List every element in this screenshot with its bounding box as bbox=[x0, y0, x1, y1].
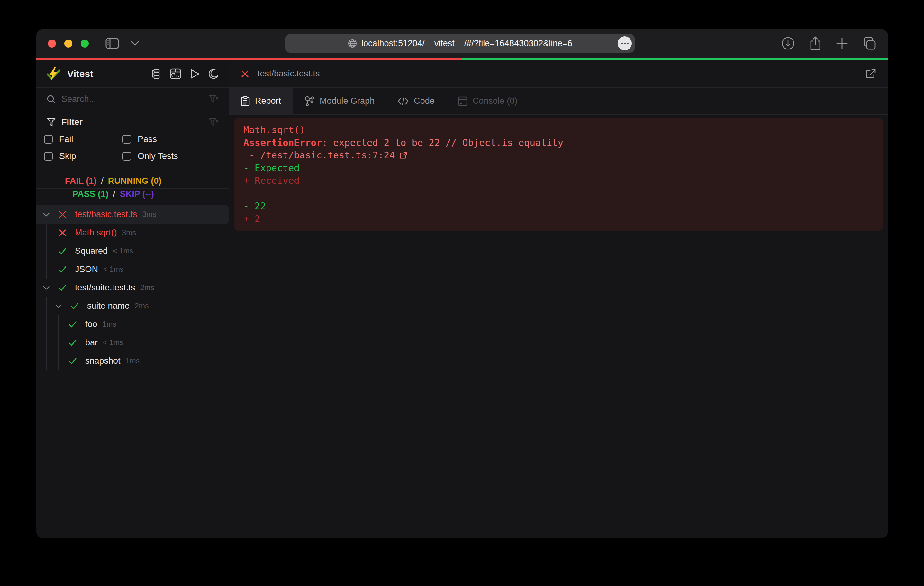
checkbox-icon[interactable] bbox=[44, 135, 53, 143]
test-duration: 2ms bbox=[140, 283, 154, 292]
skip-count: SKIP (--) bbox=[120, 189, 154, 199]
open-in-editor-icon[interactable] bbox=[866, 68, 876, 79]
app-title: Vitest bbox=[67, 68, 93, 79]
filter-checkbox-pass[interactable]: Pass bbox=[122, 134, 218, 144]
globe-icon bbox=[348, 39, 357, 48]
pass-check-icon bbox=[58, 265, 66, 274]
tab-report[interactable]: Report bbox=[229, 88, 292, 114]
tab-module-graph[interactable]: Module Graph bbox=[292, 88, 386, 114]
traffic-lights bbox=[48, 40, 89, 48]
address-bar[interactable]: localhost:51204/__vitest__/#/?file=16484… bbox=[285, 34, 635, 53]
test-name: foo bbox=[85, 319, 97, 329]
sidebar-toggle-icon[interactable] bbox=[106, 38, 119, 49]
dark-mode-icon[interactable] bbox=[209, 69, 219, 79]
failed-test-name: Math.sqrt() bbox=[243, 124, 874, 137]
diff-received-value: + 2 bbox=[243, 213, 874, 226]
zoom-window-button[interactable] bbox=[81, 40, 89, 48]
checkbox-icon[interactable] bbox=[122, 152, 131, 161]
filter-checkbox-skip[interactable]: Skip bbox=[44, 151, 122, 161]
test-duration: < 1ms bbox=[113, 247, 133, 255]
external-link-icon[interactable] bbox=[399, 151, 408, 160]
downloads-icon[interactable] bbox=[781, 37, 795, 50]
pass-check-icon bbox=[58, 283, 66, 292]
checkbox-icon[interactable] bbox=[122, 135, 131, 143]
checkbox-label: Fail bbox=[59, 134, 73, 144]
test-tree-item[interactable]: Math.sqrt()3ms bbox=[36, 224, 229, 242]
fail-count: FAIL (1) bbox=[65, 176, 97, 186]
checkbox-icon[interactable] bbox=[44, 152, 53, 161]
pass-count: PASS (1) bbox=[73, 189, 108, 199]
progress-fail-segment bbox=[36, 58, 462, 60]
diff-expected-label: - Expected bbox=[243, 162, 874, 175]
report-icon bbox=[241, 96, 250, 106]
test-tree-item[interactable]: snapshot1ms bbox=[36, 352, 229, 370]
share-icon[interactable] bbox=[810, 36, 821, 51]
toolbar-divider bbox=[125, 36, 125, 51]
test-tree-item[interactable]: bar< 1ms bbox=[36, 334, 229, 352]
expand-chevron-icon[interactable] bbox=[42, 286, 51, 290]
tree-view-icon[interactable] bbox=[151, 69, 161, 79]
search-input[interactable] bbox=[61, 94, 203, 104]
browser-toolbar: localhost:51204/__vitest__/#/?file=16484… bbox=[36, 29, 888, 58]
indent-guide bbox=[46, 352, 46, 370]
fail-x-icon bbox=[58, 229, 66, 237]
pass-check-icon bbox=[68, 338, 77, 347]
stack-frame-link[interactable]: /test/basic.test.ts:7:24 bbox=[260, 149, 395, 162]
expand-chevron-icon[interactable] bbox=[42, 213, 51, 217]
test-duration: 1ms bbox=[126, 357, 140, 365]
fail-x-icon bbox=[241, 70, 249, 78]
test-duration: < 1ms bbox=[103, 338, 123, 347]
tab-label: Code bbox=[414, 96, 435, 106]
diff-received-label: + Received bbox=[243, 174, 874, 187]
test-tree-item[interactable]: Squared< 1ms bbox=[36, 242, 229, 260]
run-all-icon[interactable] bbox=[190, 69, 200, 79]
console-icon bbox=[458, 96, 467, 106]
module-graph-icon bbox=[304, 96, 314, 106]
page-settings-button[interactable] bbox=[618, 36, 632, 51]
filter-options: FailPassSkipOnly Tests bbox=[44, 134, 218, 161]
code-icon bbox=[398, 97, 409, 105]
test-name: suite name bbox=[87, 301, 130, 311]
main-panel: test/basic.test.ts ReportModule GraphCod… bbox=[229, 60, 888, 538]
dashboard-icon[interactable] bbox=[170, 68, 181, 79]
funnel-icon bbox=[46, 118, 56, 127]
close-window-button[interactable] bbox=[48, 40, 56, 48]
test-tree-item[interactable]: suite name2ms bbox=[36, 297, 229, 315]
url-text: localhost:51204/__vitest__/#/?file=16484… bbox=[361, 39, 572, 48]
browser-window: localhost:51204/__vitest__/#/?file=16484… bbox=[36, 29, 888, 538]
diff-expected-value: - 22 bbox=[243, 200, 874, 213]
filter-checkbox-fail[interactable]: Fail bbox=[44, 134, 122, 144]
test-duration: 3ms bbox=[142, 210, 156, 219]
test-tree: test/basic.test.ts3msMath.sqrt()3msSquar… bbox=[36, 204, 229, 538]
clear-filter-icon[interactable] bbox=[209, 118, 218, 127]
minimize-window-button[interactable] bbox=[64, 40, 73, 48]
tab-code[interactable]: Code bbox=[386, 88, 446, 114]
test-duration: < 1ms bbox=[103, 265, 124, 274]
test-name: test/suite.test.ts bbox=[75, 283, 135, 293]
tab-console-0[interactable]: Console (0) bbox=[446, 88, 529, 114]
sidebar-header: Vitest bbox=[36, 60, 229, 88]
test-name: snapshot bbox=[85, 356, 120, 366]
tab-overview-icon[interactable] bbox=[863, 37, 876, 50]
test-name: test/basic.test.ts bbox=[75, 209, 137, 219]
test-tree-item[interactable]: JSON< 1ms bbox=[36, 260, 229, 278]
checkbox-label: Pass bbox=[138, 134, 157, 144]
clear-search-filter-icon[interactable] bbox=[209, 95, 218, 104]
chevron-down-icon[interactable] bbox=[131, 41, 139, 46]
indent-guide bbox=[58, 334, 59, 352]
test-tree-item[interactable]: test/suite.test.ts2ms bbox=[36, 278, 229, 297]
test-name: Squared bbox=[75, 246, 108, 256]
test-name: bar bbox=[85, 337, 98, 347]
filter-checkbox-only-tests[interactable]: Only Tests bbox=[122, 151, 218, 161]
test-duration: 1ms bbox=[102, 320, 116, 329]
indent-guide bbox=[58, 315, 59, 334]
expand-chevron-icon[interactable] bbox=[54, 304, 63, 308]
error-report-panel: Math.sqrt() AssertionError: expected 2 t… bbox=[234, 118, 883, 230]
test-tree-item[interactable]: foo1ms bbox=[36, 315, 229, 334]
checkbox-label: Only Tests bbox=[138, 151, 178, 161]
test-tree-item[interactable]: test/basic.test.ts3ms bbox=[36, 205, 229, 224]
sidebar: Vitest bbox=[36, 60, 229, 538]
indent-guide bbox=[46, 224, 46, 242]
new-tab-icon[interactable] bbox=[836, 37, 848, 49]
tab-label: Console (0) bbox=[473, 96, 518, 106]
